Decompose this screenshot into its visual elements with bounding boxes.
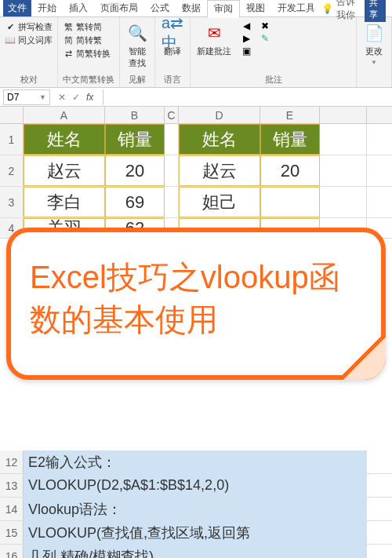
cell-F2[interactable] bbox=[320, 155, 367, 186]
select-all-corner[interactable] bbox=[0, 107, 24, 123]
cell-A1[interactable]: 姓名 bbox=[24, 124, 105, 155]
share-button[interactable]: 共享 bbox=[365, 0, 386, 22]
tab-data[interactable]: 数据 bbox=[176, 0, 207, 16]
translate-icon: a⇄中 bbox=[162, 22, 183, 44]
prev-comment-icon[interactable]: ◀ bbox=[241, 20, 252, 31]
name-box[interactable]: D7 ▼ bbox=[3, 89, 50, 105]
cell-bluebox-14[interactable]: Vlookup语法： bbox=[24, 498, 367, 520]
smart-lookup-button[interactable]: 🔍 智能 查找 bbox=[125, 20, 150, 71]
cell-E3[interactable] bbox=[260, 187, 320, 217]
group-insights: 🔍 智能 查找 见解 bbox=[120, 17, 155, 87]
cell-C2[interactable] bbox=[165, 155, 179, 186]
col-header-A[interactable]: A bbox=[24, 107, 105, 123]
group-label-cn: 中文简繁转换 bbox=[63, 72, 114, 86]
cell-D2[interactable]: 赵云 bbox=[179, 155, 260, 186]
cell-bluebox-16[interactable]: 几列,精确/模糊查找) bbox=[24, 545, 367, 558]
changes-button[interactable]: 📄 更改 ▼ bbox=[361, 20, 387, 67]
row-header-1[interactable]: 1 bbox=[0, 124, 24, 155]
new-comment-button[interactable]: ✉ 新建批注 bbox=[195, 20, 233, 59]
fx-icon[interactable]: fx bbox=[86, 92, 93, 103]
group-changes: 📄 更改 ▼ bbox=[357, 17, 392, 87]
formula-input[interactable] bbox=[103, 89, 392, 105]
tell-me[interactable]: 告诉我你 bbox=[336, 0, 361, 22]
new-comment-icon: ✉ bbox=[203, 22, 225, 44]
cell-A2[interactable]: 赵云 bbox=[24, 155, 105, 186]
tab-home[interactable]: 开始 bbox=[31, 0, 63, 16]
tab-view[interactable]: 视图 bbox=[240, 0, 271, 16]
next-comment-icon[interactable]: ▶ bbox=[241, 33, 252, 44]
simp-trad-convert-button[interactable]: ⇄ 简繁转换 bbox=[63, 47, 114, 60]
group-label-insights: 见解 bbox=[125, 72, 150, 86]
ink-icon[interactable]: ✎ bbox=[260, 33, 270, 44]
group-label-language: 语言 bbox=[160, 72, 185, 86]
cell-B2[interactable]: 20 bbox=[105, 155, 165, 186]
cell-bluebox-12[interactable]: E2输入公式： bbox=[24, 450, 367, 473]
spell-check-button[interactable]: ✔ 拼写检查 bbox=[5, 20, 53, 34]
tab-formula[interactable]: 公式 bbox=[144, 0, 176, 16]
cell-F1[interactable] bbox=[320, 124, 367, 155]
tab-layout[interactable]: 页面布局 bbox=[94, 0, 144, 16]
cell-E1[interactable]: 销量 bbox=[260, 124, 320, 155]
show-comments-icon[interactable]: ▣ bbox=[241, 46, 252, 57]
col-header-B[interactable]: B bbox=[105, 107, 165, 123]
formula-bar: D7 ▼ ✕ ✓ fx bbox=[0, 88, 392, 107]
row-header-14[interactable]: 14 bbox=[0, 498, 24, 520]
name-box-dropdown-icon[interactable]: ▼ bbox=[39, 93, 46, 101]
tell-me-icon: 💡 bbox=[321, 3, 333, 14]
row-header-13[interactable]: 13 bbox=[0, 474, 24, 497]
simp-trad-convert-icon: ⇄ bbox=[63, 49, 74, 60]
cancel-formula-icon[interactable]: ✕ bbox=[58, 92, 66, 103]
cell-D3[interactable]: 妲己 bbox=[179, 187, 260, 217]
group-chinese: 繁 繁转简 简 简转繁 ⇄ 简繁转换 中文简繁转换 bbox=[58, 17, 120, 87]
col-header-E[interactable]: E bbox=[260, 107, 320, 123]
page-fold-icon bbox=[339, 333, 386, 380]
trad-to-simp-button[interactable]: 繁 繁转简 bbox=[63, 20, 114, 34]
col-header-extra[interactable] bbox=[320, 107, 367, 123]
row-header-15[interactable]: 15 bbox=[0, 521, 24, 544]
overlay-title: Excel技巧之vlookup函数的基本使用 bbox=[30, 256, 362, 341]
group-language: a⇄中 翻译 语言 bbox=[155, 17, 191, 87]
overlay-card: Excel技巧之vlookup函数的基本使用 bbox=[6, 228, 386, 380]
col-header-D[interactable]: D bbox=[179, 107, 260, 123]
cell-D1[interactable]: 姓名 bbox=[179, 124, 260, 155]
trad-to-simp-icon: 繁 bbox=[63, 22, 74, 33]
translate-button[interactable]: a⇄中 翻译 bbox=[160, 20, 185, 59]
spell-check-icon: ✔ bbox=[5, 22, 16, 33]
name-box-value: D7 bbox=[7, 92, 19, 103]
thesaurus-button[interactable]: 📖 同义词库 bbox=[5, 34, 53, 47]
group-label-changes bbox=[361, 84, 387, 86]
smart-lookup-icon: 🔍 bbox=[126, 22, 148, 44]
row-header-12[interactable]: 12 bbox=[0, 450, 24, 473]
cell-bluebox-15[interactable]: VLOOKUP(查找值,查找区域,返回第 bbox=[24, 521, 367, 544]
group-proofing: ✔ 拼写检查 📖 同义词库 校对 bbox=[0, 17, 58, 87]
enter-formula-icon[interactable]: ✓ bbox=[72, 92, 80, 103]
tab-dev[interactable]: 开发工具 bbox=[271, 0, 321, 16]
row-header-2[interactable]: 2 bbox=[0, 155, 24, 186]
tab-review[interactable]: 审阅 bbox=[207, 0, 240, 18]
cell-E2[interactable]: 20 bbox=[260, 155, 320, 186]
cell-bluebox-13[interactable]: VLOOKUP(D2,$A$1:$B$14,2,0) bbox=[24, 474, 367, 497]
col-header-C[interactable]: C bbox=[165, 107, 179, 123]
simp-to-trad-icon: 简 bbox=[63, 35, 74, 46]
chevron-down-icon: ▼ bbox=[371, 59, 377, 66]
tab-insert[interactable]: 插入 bbox=[63, 0, 94, 16]
delete-comment-icon[interactable]: ✖ bbox=[260, 20, 270, 31]
group-label-comments: 批注 bbox=[195, 72, 351, 86]
tab-file[interactable]: 文件 bbox=[3, 0, 31, 16]
simp-to-trad-button[interactable]: 简 简转繁 bbox=[63, 34, 114, 47]
group-label-proof: 校对 bbox=[5, 72, 53, 86]
ribbon: ✔ 拼写检查 📖 同义词库 校对 繁 繁转简 简 简转繁 ⇄ 简繁转换 bbox=[0, 17, 392, 88]
cell-A3[interactable]: 李白 bbox=[24, 187, 105, 217]
cell-B1[interactable]: 销量 bbox=[105, 124, 165, 155]
ribbon-tabs: 文件 开始 插入 页面布局 公式 数据 审阅 视图 开发工具 💡 告诉我你 共享 bbox=[0, 0, 392, 17]
cell-C1[interactable] bbox=[165, 124, 179, 155]
group-comments: ✉ 新建批注 ◀ ▶ ▣ ✖ ✎ 批注 bbox=[191, 17, 357, 87]
row-header-16[interactable]: 16 bbox=[0, 545, 24, 558]
thesaurus-icon: 📖 bbox=[5, 35, 16, 46]
cell-F3[interactable] bbox=[320, 187, 367, 217]
cell-B3[interactable]: 69 bbox=[105, 187, 165, 217]
cell-C3[interactable] bbox=[165, 187, 179, 217]
row-header-3[interactable]: 3 bbox=[0, 187, 24, 217]
changes-icon: 📄 bbox=[363, 22, 385, 44]
